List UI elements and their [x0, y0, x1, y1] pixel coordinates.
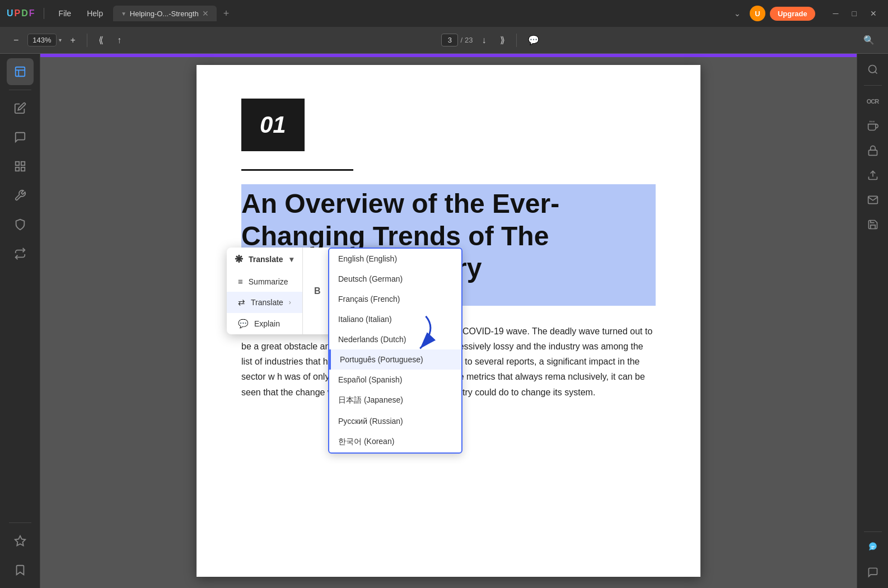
explain-icon: 💬	[238, 319, 249, 329]
active-tab[interactable]: ▼ Helping-O...-Strength ✕	[113, 6, 217, 21]
right-ai-button[interactable]	[862, 536, 884, 559]
titlebar: UPDF File Help ▼ Helping-O...-Strength ✕…	[0, 0, 888, 27]
window-controls: ─ □ ✕	[829, 7, 881, 20]
left-sidebar	[0, 54, 40, 588]
tab-close-button[interactable]: ✕	[202, 9, 209, 18]
sidebar-item-organize[interactable]	[7, 153, 34, 180]
purple-bar	[40, 54, 857, 57]
right-hand-button[interactable]	[862, 115, 884, 137]
sidebar-item-tools[interactable]	[7, 182, 34, 209]
svg-line-9	[875, 72, 877, 74]
lang-japanese[interactable]: 日本語 (Japanese)	[329, 390, 461, 411]
page-total: 23	[465, 36, 473, 44]
svg-rect-6	[21, 167, 24, 171]
lang-russian[interactable]: Русский (Russian)	[329, 411, 461, 431]
right-sidebar: OCR	[857, 54, 888, 588]
minimize-button[interactable]: ─	[829, 7, 843, 20]
last-page-button[interactable]: ⟫	[496, 31, 510, 49]
sidebar-divider-2	[9, 522, 31, 523]
svg-rect-4	[21, 162, 24, 165]
lang-english[interactable]: English (English)	[329, 249, 461, 269]
upgrade-button[interactable]: Upgrade	[770, 7, 815, 21]
user-avatar: U	[750, 6, 765, 21]
prev-page-button[interactable]: ↑	[113, 32, 126, 49]
sidebar-item-protect[interactable]	[7, 211, 34, 238]
zoom-out-button[interactable]: −	[9, 32, 23, 49]
right-comment-button[interactable]	[862, 561, 884, 584]
lang-korean[interactable]: 한국어 (Korean)	[329, 431, 461, 452]
zoom-in-button[interactable]: +	[66, 32, 80, 49]
translate-arrow-icon: ›	[289, 298, 291, 306]
right-search-icon[interactable]	[862, 58, 884, 81]
add-tab-button[interactable]: +	[219, 6, 234, 22]
next-page-button[interactable]: ↓	[478, 32, 491, 49]
svg-rect-5	[15, 167, 18, 171]
page-number-input[interactable]	[441, 34, 458, 46]
chapter-underline	[241, 169, 353, 171]
toolbar-divider-1	[87, 34, 87, 47]
search-button[interactable]: 🔍	[859, 31, 879, 49]
tab-bar: ▼ Helping-O...-Strength ✕ +	[113, 6, 725, 22]
svg-rect-3	[15, 162, 18, 165]
titlebar-divider	[44, 8, 44, 19]
comment-button[interactable]: 💬	[524, 31, 544, 49]
file-menu[interactable]: File	[53, 7, 77, 20]
sidebar-item-reader[interactable]	[7, 58, 34, 85]
lang-german[interactable]: Deutsch (German)	[329, 269, 461, 289]
sidebar-item-comment[interactable]	[7, 124, 34, 151]
lang-portuguese[interactable]: Português (Portuguese)	[329, 349, 461, 370]
zoom-level: 143%	[27, 34, 56, 46]
summarize-icon: ≡	[238, 277, 243, 286]
summarize-label: Summarize	[249, 277, 288, 286]
main-toolbar: − 143% ▾ + ⟪ ↑ / 23 ↓ ⟫ 💬 🔍	[0, 27, 888, 54]
lang-french[interactable]: Français (French)	[329, 289, 461, 309]
right-save-button[interactable]	[862, 213, 884, 236]
toolbar-divider-2	[516, 34, 517, 47]
tab-label: Helping-O...-Strength	[130, 10, 199, 18]
sidebar-divider-1	[9, 90, 31, 90]
translate-item[interactable]: ⇄ Translate ›	[227, 292, 302, 313]
svg-rect-13	[868, 150, 877, 155]
page-nav: / 23	[441, 34, 473, 46]
summarize-item[interactable]: ≡ Summarize	[227, 271, 302, 292]
tabs-dropdown-button[interactable]: ⌄	[730, 7, 745, 20]
translate-caret-icon: ▾	[289, 255, 293, 264]
explain-item[interactable]: 💬 Explain	[227, 313, 302, 334]
toolbar-left-panel: ❋ Translate ▾ ≡ Summarize ⇄ Translate › …	[227, 248, 303, 334]
page-separator: /	[460, 36, 462, 44]
sidebar-item-ai[interactable]	[7, 528, 34, 554]
right-ocr-button[interactable]: OCR	[862, 90, 884, 113]
upgrade-label: Upgrade	[778, 10, 807, 18]
app-logo: UPDF	[7, 8, 35, 18]
zoom-area: 143% ▾	[27, 34, 61, 46]
translate-main-button[interactable]: ❋ Translate ▾	[227, 248, 302, 271]
right-email-button[interactable]	[862, 189, 884, 211]
explain-label: Explain	[254, 319, 280, 328]
translate-item-label: Translate	[251, 298, 283, 307]
svg-marker-7	[15, 536, 25, 545]
language-dropdown: English (English) Deutsch (German) Franç…	[328, 248, 462, 454]
close-button[interactable]: ✕	[866, 7, 881, 20]
sidebar-item-edit[interactable]	[7, 95, 34, 122]
bold-button[interactable]: B	[307, 281, 328, 301]
right-lock-button[interactable]	[862, 139, 884, 162]
right-export-button[interactable]	[862, 164, 884, 186]
svg-rect-0	[15, 67, 25, 77]
chapter-number: 01	[241, 99, 305, 151]
first-page-button[interactable]: ⟪	[94, 31, 108, 49]
sidebar-item-convert[interactable]	[7, 240, 34, 267]
right-divider-1	[864, 85, 882, 86]
zoom-dropdown-icon[interactable]: ▾	[59, 37, 62, 43]
maximize-button[interactable]: □	[848, 7, 861, 20]
tab-dropdown-icon: ▼	[121, 11, 127, 17]
help-menu[interactable]: Help	[81, 7, 109, 20]
lang-spanish[interactable]: Español (Spanish)	[329, 370, 461, 390]
svg-point-8	[868, 66, 876, 73]
titlebar-right: ⌄ U Upgrade ─ □ ✕	[730, 6, 881, 21]
updf-ai-icon: ❋	[235, 253, 243, 265]
translate-icon: ⇄	[238, 297, 245, 307]
sidebar-item-bookmark[interactable]	[7, 557, 34, 584]
translate-button-label: Translate	[249, 255, 283, 264]
right-divider-2	[864, 531, 882, 532]
